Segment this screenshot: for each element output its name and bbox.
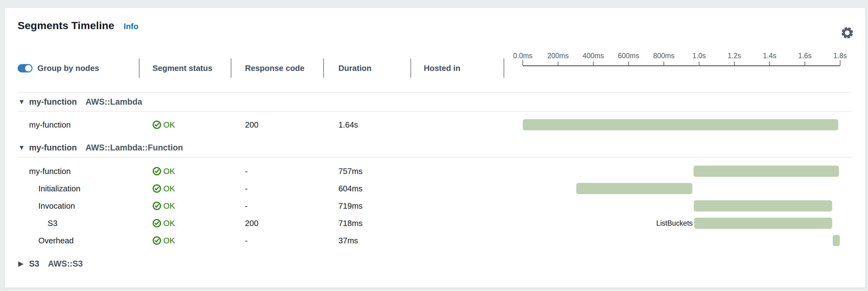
timeline-track bbox=[523, 180, 840, 197]
segment-row[interactable]: OverheadOK-37ms bbox=[18, 232, 852, 249]
hosted-in-cell bbox=[410, 116, 504, 134]
segment-status-cell: OK bbox=[139, 232, 231, 249]
segment-status-cell: OK bbox=[139, 180, 231, 197]
status-ok-icon bbox=[153, 184, 161, 193]
segment-name-cell: my-function bbox=[18, 116, 139, 134]
group-header[interactable]: ▼my-functionAWS::Lambda::Function bbox=[18, 138, 852, 157]
status-ok-icon bbox=[153, 167, 161, 176]
segment-row[interactable]: my-functionOK2001.64s bbox=[18, 116, 852, 134]
group-header[interactable]: ▼my-functionAWS::Lambda bbox=[18, 93, 852, 112]
response-code-cell: - bbox=[231, 163, 323, 180]
bar-label: ListBuckets bbox=[656, 219, 694, 228]
timeline-track bbox=[523, 232, 840, 249]
ruler-tick-label: 1.0s bbox=[692, 52, 706, 60]
settings-button[interactable] bbox=[840, 26, 854, 40]
column-divider bbox=[139, 59, 140, 78]
group-by-nodes-toggle[interactable] bbox=[18, 64, 32, 72]
ruler-tick bbox=[593, 62, 594, 65]
segment-row[interactable]: my-functionOK-757ms bbox=[18, 163, 852, 180]
toggle-knob bbox=[25, 65, 32, 71]
hosted-in-cell bbox=[410, 214, 504, 232]
caret-down-icon[interactable]: ▼ bbox=[18, 144, 26, 152]
info-link[interactable]: Info bbox=[124, 22, 138, 31]
status-label: OK bbox=[163, 201, 175, 211]
timeline-bar[interactable] bbox=[576, 183, 692, 194]
ruler-tick-label: 1.8s bbox=[833, 52, 847, 60]
group-type: AWS::S3 bbox=[48, 259, 83, 269]
group-rows: my-functionOK2001.64s bbox=[18, 112, 852, 136]
timeline-toolbar: Group by nodes Segment statusResponse co… bbox=[18, 59, 852, 78]
timeline-bar[interactable] bbox=[693, 166, 839, 177]
caret-down-icon[interactable]: ▼ bbox=[18, 98, 26, 106]
response-code-cell: - bbox=[231, 232, 323, 249]
column-header-label: Hosted in bbox=[424, 63, 460, 73]
segment-name-cell: Initialization bbox=[18, 180, 139, 197]
page-title: Segments Timeline bbox=[18, 20, 115, 32]
hosted-in-cell bbox=[410, 232, 504, 249]
segment-group: ▼my-functionAWS::Lambda::Functionmy-func… bbox=[18, 138, 852, 252]
caret-right-icon[interactable]: ▶ bbox=[18, 260, 26, 268]
ruler-tick-label: 800ms bbox=[653, 52, 674, 60]
timeline-cell bbox=[504, 116, 852, 134]
timeline-bar[interactable] bbox=[523, 119, 838, 130]
timeline-bar[interactable] bbox=[833, 235, 840, 246]
ruler-tick-label: 200ms bbox=[547, 52, 568, 60]
response-code-cell: - bbox=[231, 180, 323, 197]
duration-cell: 604ms bbox=[323, 180, 410, 197]
timeline-cell bbox=[504, 197, 852, 214]
timeline-cell bbox=[504, 163, 852, 180]
column-header-label: Segment status bbox=[153, 63, 213, 73]
toggle-label: Group by nodes bbox=[37, 63, 99, 73]
timeline-cell: ListBuckets bbox=[504, 214, 852, 232]
segment-row[interactable]: S3OK200718msListBuckets bbox=[18, 214, 852, 232]
segment-row[interactable]: InitializationOK-604ms bbox=[18, 180, 852, 197]
ruler-tick bbox=[769, 62, 770, 65]
segment-row[interactable]: InvocationOK-719ms bbox=[18, 197, 852, 214]
group-name: S3 bbox=[29, 259, 39, 269]
timeline-header-cell: 0.0ms200ms400ms600ms800ms1.0s1.2s1.4s1.6… bbox=[504, 59, 852, 78]
column-divider bbox=[410, 59, 411, 78]
timeline-bar[interactable] bbox=[694, 200, 832, 211]
column-header-segment-status: Segment status bbox=[139, 59, 231, 78]
column-divider bbox=[504, 59, 504, 78]
timeline-track bbox=[523, 163, 840, 180]
segment-status-cell: OK bbox=[139, 197, 231, 214]
segments-list: ▼my-functionAWS::Lambdamy-functionOK2001… bbox=[18, 93, 852, 273]
segments-timeline-panel: Segments Timeline Info Group by nodes Se… bbox=[4, 7, 866, 288]
group-type: AWS::Lambda bbox=[86, 97, 142, 107]
ruler-tick bbox=[805, 62, 805, 65]
status-ok-icon bbox=[153, 120, 161, 129]
group-name: my-function bbox=[29, 143, 77, 153]
segment-name-cell: Invocation bbox=[18, 197, 139, 214]
response-code-cell: - bbox=[231, 197, 323, 214]
status-ok-icon bbox=[153, 202, 161, 210]
status-label: OK bbox=[163, 236, 175, 245]
column-divider bbox=[231, 59, 231, 78]
ruler-tick-label: 1.4s bbox=[763, 52, 776, 60]
duration-cell: 1.64s bbox=[323, 116, 410, 134]
status-ok-icon bbox=[153, 219, 161, 228]
ruler-tick-label: 1.6s bbox=[798, 52, 811, 60]
hosted-in-cell bbox=[410, 163, 504, 180]
column-header-hosted-in: Hosted in bbox=[410, 59, 504, 78]
group-by-nodes-control: Group by nodes bbox=[18, 59, 139, 78]
ruler-tick bbox=[663, 62, 664, 65]
status-label: OK bbox=[163, 184, 175, 194]
timeline-bar[interactable] bbox=[694, 217, 832, 229]
segment-status-cell: OK bbox=[139, 163, 231, 180]
response-code-cell: 200 bbox=[231, 214, 323, 232]
timeline-track bbox=[523, 116, 840, 134]
segment-group: ▶S3AWS::S3 bbox=[18, 254, 852, 273]
status-label: OK bbox=[163, 120, 175, 130]
ruler-tick bbox=[523, 60, 523, 65]
ruler-tick-label: 400ms bbox=[583, 52, 604, 60]
group-header[interactable]: ▶S3AWS::S3 bbox=[18, 254, 852, 273]
ruler-tick-label: 1.2s bbox=[727, 52, 741, 60]
group-type: AWS::Lambda::Function bbox=[86, 143, 183, 153]
ruler-tick-label: 0.0ms bbox=[513, 52, 533, 60]
timeline-ruler: 0.0ms200ms400ms600ms800ms1.0s1.2s1.4s1.6… bbox=[523, 54, 840, 66]
segment-name-cell: Overhead bbox=[18, 232, 139, 249]
ruler-tick-label: 600ms bbox=[618, 52, 639, 60]
column-header-label: Response code bbox=[245, 63, 304, 73]
gear-icon bbox=[841, 36, 854, 40]
